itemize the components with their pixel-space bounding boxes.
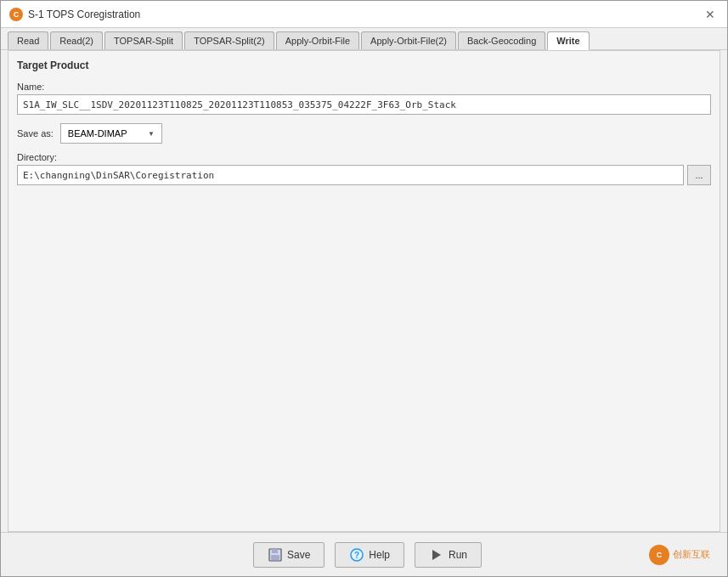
save-as-value: BEAM-DIMAP: [68, 128, 127, 139]
run-button[interactable]: Run: [415, 542, 482, 568]
logo-area: C 创新互联: [649, 545, 710, 565]
bottom-bar: Save ? Help Run: [1, 532, 727, 576]
save-label: Save: [287, 549, 310, 561]
save-as-select-inner: BEAM-DIMAP ▼: [65, 128, 158, 139]
logo-icon: C: [649, 545, 669, 565]
name-input[interactable]: [17, 94, 711, 115]
title-bar-left: C S-1 TOPS Coregistration: [9, 8, 140, 21]
help-label: Help: [369, 549, 390, 561]
dropdown-arrow-icon: ▼: [148, 130, 155, 138]
directory-row: ...: [17, 165, 711, 185]
tab-read[interactable]: Read: [8, 31, 48, 49]
tab-write[interactable]: Write: [547, 31, 589, 50]
window-title: S-1 TOPS Coregistration: [28, 8, 140, 20]
save-as-dropdown[interactable]: BEAM-DIMAP ▼: [60, 123, 162, 144]
svg-rect-1: [272, 549, 278, 553]
save-as-label: Save as:: [17, 128, 54, 139]
tab-topsar-split[interactable]: TOPSAR-Split: [104, 31, 183, 49]
run-icon: [429, 547, 444, 563]
title-bar: C S-1 TOPS Coregistration ✕: [1, 1, 727, 28]
save-as-row: Save as: BEAM-DIMAP ▼: [17, 123, 711, 144]
section-title: Target Product: [17, 59, 711, 71]
help-icon: ?: [349, 547, 364, 563]
save-icon: [268, 547, 283, 563]
name-label: Name:: [17, 82, 711, 92]
directory-label: Directory:: [17, 152, 711, 162]
tab-topsar-split2[interactable]: TOPSAR-Split(2): [184, 31, 274, 49]
directory-input[interactable]: [17, 165, 684, 185]
tab-apply-orbit-file[interactable]: Apply-Orbit-File: [276, 31, 359, 49]
svg-marker-5: [432, 550, 441, 560]
directory-group: Directory: ...: [17, 152, 711, 185]
close-button[interactable]: ✕: [702, 6, 719, 23]
tabs-bar: Read Read(2) TOPSAR-Split TOPSAR-Split(2…: [1, 28, 727, 50]
tab-apply-orbit-file2[interactable]: Apply-Orbit-File(2): [361, 31, 456, 49]
run-label: Run: [449, 549, 467, 561]
app-icon: C: [9, 8, 23, 21]
logo-text: 创新互联: [673, 548, 710, 561]
save-button[interactable]: Save: [253, 542, 324, 568]
main-window: C S-1 TOPS Coregistration ✕ Read Read(2)…: [0, 0, 728, 577]
tab-back-geocoding[interactable]: Back-Geocoding: [458, 31, 545, 49]
svg-text:?: ?: [354, 551, 359, 560]
name-group: Name:: [17, 82, 711, 115]
svg-rect-2: [271, 555, 279, 560]
content-area: Target Product Name: Save as: BEAM-DIMAP…: [8, 50, 720, 532]
help-button[interactable]: ? Help: [335, 542, 404, 568]
bottom-buttons: Save ? Help Run: [253, 542, 482, 568]
browse-button[interactable]: ...: [687, 165, 711, 185]
tab-read2[interactable]: Read(2): [50, 31, 103, 49]
